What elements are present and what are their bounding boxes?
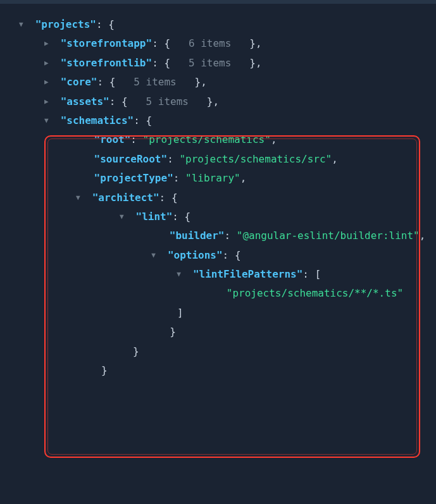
json-key: "schematics" — [61, 114, 134, 126]
json-key: "root" — [94, 133, 131, 145]
json-punct: : { — [134, 114, 152, 126]
json-punct: : { — [159, 192, 178, 204]
item-count: 5 items — [189, 57, 231, 69]
json-punct: }, — [249, 57, 261, 69]
tree-row-schematics[interactable]: "schematics": { — [5, 111, 431, 130]
json-key: "core" — [61, 76, 97, 88]
tree-row-projects[interactable]: "projects": { — [5, 15, 431, 34]
json-punct: , — [420, 230, 426, 242]
json-punct: } — [133, 345, 139, 357]
chevron-right-icon[interactable] — [44, 76, 53, 89]
close-brace-row: } — [5, 342, 431, 361]
json-tree-viewer: "projects": { "storefrontapp": { 6 items… — [0, 4, 436, 385]
json-punct: : — [167, 153, 179, 165]
chevron-down-icon[interactable] — [19, 18, 28, 32]
json-key: "builder" — [170, 230, 225, 242]
tree-row-pattern-value: "projects/schematics/**/*.ts" — [5, 284, 431, 303]
chevron-down-icon[interactable] — [151, 249, 160, 262]
json-punct: }, — [207, 95, 219, 108]
json-punct: : — [130, 133, 142, 145]
json-key: "options" — [168, 249, 223, 261]
tree-row-lint[interactable]: "lint": { — [5, 207, 431, 226]
json-punct: }, — [195, 76, 207, 88]
json-punct: : { — [152, 37, 170, 49]
json-punct: : [ — [302, 268, 321, 280]
json-punct: : { — [96, 18, 115, 30]
json-string: "projects/schematics/**/*.ts" — [227, 287, 403, 299]
json-key: "lintFilePatterns" — [193, 268, 302, 280]
tree-row-storefrontapp[interactable]: "storefrontapp": { 6 items }, — [5, 34, 431, 53]
json-punct: , — [240, 172, 247, 184]
json-punct: : { — [223, 249, 241, 261]
tree-row-assets[interactable]: "assets": { 5 items }, — [5, 92, 431, 111]
json-string: "projects/schematics/src" — [179, 153, 332, 165]
json-punct: ] — [177, 307, 184, 319]
json-key: "projects" — [35, 18, 96, 30]
json-key: "storefrontapp" — [61, 37, 153, 49]
json-punct: , — [332, 153, 338, 165]
tree-row-lintfilepatterns[interactable]: "lintFilePatterns": [ — [5, 265, 431, 284]
json-key: "projectType" — [94, 172, 173, 184]
item-count: 5 items — [146, 95, 189, 108]
tree-row-architect[interactable]: "architect": { — [5, 188, 431, 207]
json-string: "library" — [185, 172, 240, 184]
chevron-right-icon[interactable] — [44, 95, 53, 109]
json-punct: , — [271, 133, 277, 145]
json-string: "@angular-eslint/builder:lint" — [237, 230, 420, 242]
close-brace-row: } — [5, 323, 431, 341]
json-punct: : { — [172, 211, 190, 223]
tree-row-storefrontlib[interactable]: "storefrontlib": { 5 items }, — [5, 54, 431, 73]
json-key: "architect" — [92, 192, 159, 204]
chevron-right-icon[interactable] — [44, 57, 53, 70]
chevron-down-icon[interactable] — [44, 114, 53, 128]
item-count: 6 items — [189, 37, 231, 49]
chevron-down-icon[interactable] — [120, 211, 128, 224]
json-punct: } — [101, 364, 108, 376]
json-punct: } — [170, 326, 176, 338]
tree-row-root: "root": "projects/schematics", — [5, 130, 431, 149]
json-punct: : { — [152, 57, 170, 69]
json-key: "storefrontlib" — [61, 57, 153, 69]
chevron-down-icon[interactable] — [177, 268, 185, 281]
chevron-right-icon[interactable] — [44, 37, 53, 51]
close-brace-row: } — [5, 361, 431, 380]
json-punct: : — [225, 230, 237, 242]
json-key: "sourceRoot" — [94, 153, 168, 165]
json-punct: }, — [249, 37, 261, 49]
tree-row-builder: "builder": "@angular-eslint/builder:lint… — [5, 226, 431, 245]
chevron-down-icon[interactable] — [76, 192, 85, 205]
json-key: "lint" — [136, 211, 173, 223]
json-punct: : { — [97, 76, 115, 88]
item-count: 5 items — [134, 76, 176, 88]
close-bracket-row: ] — [5, 304, 431, 323]
json-key: "assets" — [61, 95, 109, 108]
tree-row-core[interactable]: "core": { 5 items }, — [5, 73, 431, 92]
json-punct: : { — [109, 95, 128, 108]
tree-row-sourceroot: "sourceRoot": "projects/schematics/src", — [5, 150, 431, 169]
tree-row-projecttype: "projectType": "library", — [5, 169, 431, 188]
json-string: "projects/schematics" — [143, 133, 271, 145]
json-punct: : — [173, 172, 185, 184]
tree-row-options[interactable]: "options": { — [5, 246, 431, 265]
